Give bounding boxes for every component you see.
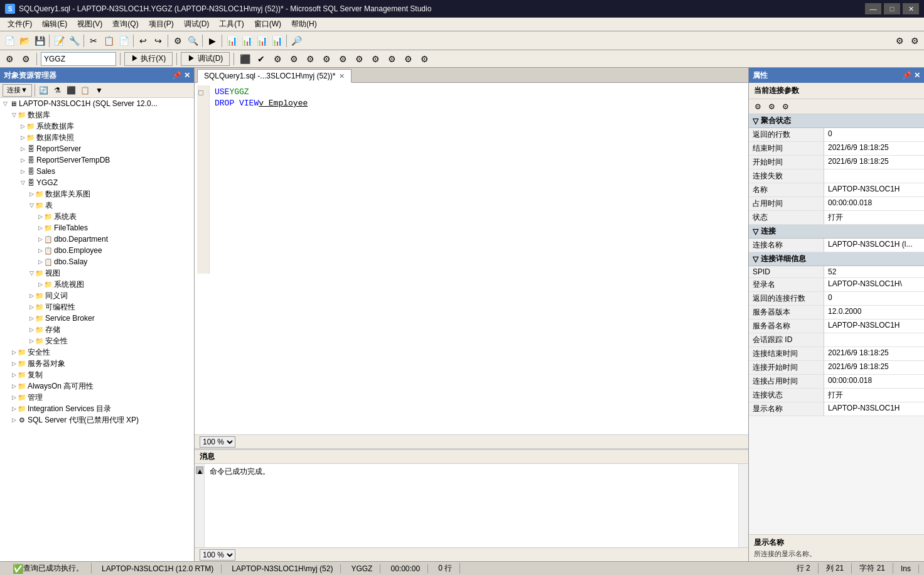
tb-btn10[interactable]: 📊 xyxy=(240,34,254,48)
tree-node-management[interactable]: ▷ 📁 管理 xyxy=(0,392,194,403)
tree-node-security-yggz[interactable]: ▷ 📁 安全性 xyxy=(0,335,194,347)
minimize-button[interactable]: — xyxy=(865,3,881,14)
expand-rstmp[interactable]: ▷ xyxy=(19,156,26,164)
oe-props-btn[interactable]: 📋 xyxy=(79,84,92,97)
tb-btn12[interactable]: 📊 xyxy=(270,34,284,48)
props-section-conn[interactable]: ▽ 连接 xyxy=(749,225,924,239)
tb-btn9[interactable]: 📊 xyxy=(225,34,239,48)
maximize-button[interactable]: □ xyxy=(884,3,900,14)
tree-node-reportserver[interactable]: ▷ 🗄 ReportServer xyxy=(0,143,194,154)
zoom-select-msg[interactable]: 100 % xyxy=(200,549,235,561)
tree-node-storage[interactable]: ▷ 📁 存储 xyxy=(0,324,194,335)
open-btn[interactable]: 📂 xyxy=(18,34,31,48)
menu-edit[interactable]: 编辑(E) xyxy=(37,18,72,31)
stop-btn[interactable]: ⬛ xyxy=(238,52,252,66)
expand-sales[interactable]: ▷ xyxy=(19,168,26,175)
expand-agent[interactable]: ▷ xyxy=(10,416,18,424)
oe-refresh-btn[interactable]: 🔄 xyxy=(38,84,50,97)
tab-close-btn[interactable]: ✕ xyxy=(339,72,345,80)
tree-node-dept[interactable]: ▷ 📋 dbo.Department xyxy=(0,234,194,245)
menu-tools[interactable]: 工具(T) xyxy=(214,18,249,31)
tb-btn4[interactable]: 📋 xyxy=(102,34,115,48)
msg-scrollbar[interactable] xyxy=(738,464,748,547)
tree-node-programmability[interactable]: ▷ 📁 可编程性 xyxy=(0,301,194,313)
tree-node-rstempdb[interactable]: ▷ 🗄 ReportServerTempDB xyxy=(0,154,194,166)
tree-node-salay[interactable]: ▷ 📋 dbo.Salay xyxy=(0,256,194,267)
tree-node-databases[interactable]: ▽ 📁 数据库 xyxy=(0,109,194,121)
expand-replication[interactable]: ▷ xyxy=(10,371,18,379)
tb-btn11[interactable]: 📊 xyxy=(255,34,269,48)
tb2-btn10[interactable]: ⚙ xyxy=(385,52,399,66)
tree-node-replication[interactable]: ▷ 📁 复制 xyxy=(0,369,194,380)
tree-node-synonyms[interactable]: ▷ 📁 同义词 xyxy=(0,290,194,301)
tb2-btn12[interactable]: ⚙ xyxy=(417,52,431,66)
expand-databases[interactable]: ▽ xyxy=(10,111,18,119)
tree-node-systables[interactable]: ▷ 📁 系统表 xyxy=(0,211,194,222)
tb2-btn5[interactable]: ⚙ xyxy=(303,52,317,66)
tree-node-servicebroker[interactable]: ▷ 📁 Service Broker xyxy=(0,313,194,324)
menu-help[interactable]: 帮助(H) xyxy=(286,18,322,31)
expand-emp[interactable]: ▷ xyxy=(36,247,44,254)
tree-node-security[interactable]: ▷ 📁 安全性 xyxy=(0,347,194,358)
tb-btn8[interactable]: ▶ xyxy=(205,34,219,48)
close-button[interactable]: ✕ xyxy=(903,3,919,14)
parse-btn[interactable]: ✔ xyxy=(254,52,268,66)
expand-prog[interactable]: ▷ xyxy=(28,303,35,311)
tree-node-tables[interactable]: ▽ 📁 表 xyxy=(0,200,194,211)
code-editor[interactable]: □ USE YGGZ DROP VIEW v_Employee xyxy=(195,83,748,434)
tb2-btn1[interactable]: ⚙ xyxy=(3,52,16,66)
expand-salay[interactable]: ▷ xyxy=(36,258,44,266)
redo-btn[interactable]: ↪ xyxy=(151,34,165,48)
sql-tab[interactable]: SQLQuery1.sql -...3SLOC1H\myj (52))* ✕ xyxy=(197,69,352,83)
undo-btn[interactable]: ↩ xyxy=(136,34,150,48)
expand-rs[interactable]: ▷ xyxy=(19,145,26,153)
tree-node-diagram[interactable]: ▷ 📁 数据库关系图 xyxy=(0,188,194,200)
props-tb-btn2[interactable]: ⚙ xyxy=(765,100,778,113)
tb2-btn6[interactable]: ⚙ xyxy=(320,52,333,66)
tree-node-yggz[interactable]: ▽ 🗄 YGGZ xyxy=(0,177,194,188)
menu-project[interactable]: 项目(P) xyxy=(144,18,179,31)
tb-btn7[interactable]: 🔍 xyxy=(186,34,200,48)
tb-right2[interactable]: ⚙ xyxy=(908,34,921,48)
expand-management[interactable]: ▷ xyxy=(10,394,18,401)
expand-storage[interactable]: ▷ xyxy=(28,326,35,333)
expand-sec-yggz[interactable]: ▷ xyxy=(28,337,35,345)
tb-btn3[interactable]: ✂ xyxy=(87,34,100,48)
tb-btn13[interactable]: 🔎 xyxy=(289,34,303,48)
menu-file[interactable]: 文件(F) xyxy=(3,18,37,31)
tree-node-agent[interactable]: ▷ ⚙ SQL Server 代理(已禁用代理 XP) xyxy=(0,414,194,426)
expand-synonyms[interactable]: ▷ xyxy=(28,292,35,299)
expand-ft[interactable]: ▷ xyxy=(36,224,44,232)
tb-btn2[interactable]: 🔧 xyxy=(67,34,81,48)
expand-views[interactable]: ▽ xyxy=(28,269,35,277)
props-pin-icon[interactable]: 📌 xyxy=(902,71,911,80)
tree-node-snapshot[interactable]: ▷ 📁 数据库快照 xyxy=(0,132,194,143)
expand-dept[interactable]: ▷ xyxy=(36,235,44,243)
tree-node-alwayson[interactable]: ▷ 📁 AlwaysOn 高可用性 xyxy=(0,380,194,392)
expand-security[interactable]: ▷ xyxy=(10,348,18,356)
expand-diagram[interactable]: ▷ xyxy=(28,190,35,198)
expand-systables[interactable]: ▷ xyxy=(36,213,44,220)
props-section-conndetail[interactable]: ▽ 连接详细信息 xyxy=(749,252,924,266)
menu-window[interactable]: 窗口(W) xyxy=(249,18,286,31)
new-query-btn[interactable]: 📝 xyxy=(52,34,66,48)
tb2-btn7[interactable]: ⚙ xyxy=(336,52,350,66)
debug-button[interactable]: ▶ 调试(D) xyxy=(181,52,230,66)
tree-node-views[interactable]: ▽ 📁 视图 xyxy=(0,267,194,279)
menu-view[interactable]: 视图(V) xyxy=(72,18,107,31)
expand-sb[interactable]: ▷ xyxy=(28,314,35,322)
tree-node-is[interactable]: ▷ 📁 Integration Services 目录 xyxy=(0,403,194,414)
tb2-btn11[interactable]: ⚙ xyxy=(401,52,415,66)
menu-query[interactable]: 查询(Q) xyxy=(107,18,143,31)
props-close-icon[interactable]: ✕ xyxy=(914,71,920,80)
props-section-aggregate[interactable]: ▽ 聚合状态 xyxy=(749,114,924,128)
pin-icon[interactable]: 📌 xyxy=(172,71,181,80)
expand-sysviews[interactable]: ▷ xyxy=(36,281,44,288)
tree-node-sysviews[interactable]: ▷ 📁 系统视图 xyxy=(0,279,194,290)
expand-sysdb[interactable]: ▷ xyxy=(19,122,26,130)
expand-snapshot[interactable]: ▷ xyxy=(19,134,26,141)
tree-node-server[interactable]: ▽ 🖥 LAPTOP-N3SLOC1H (SQL Server 12.0... xyxy=(0,98,194,109)
zoom-select-editor[interactable]: 100 % xyxy=(200,436,235,448)
save-btn[interactable]: 💾 xyxy=(33,34,46,48)
expand-yggz[interactable]: ▽ xyxy=(19,179,26,186)
